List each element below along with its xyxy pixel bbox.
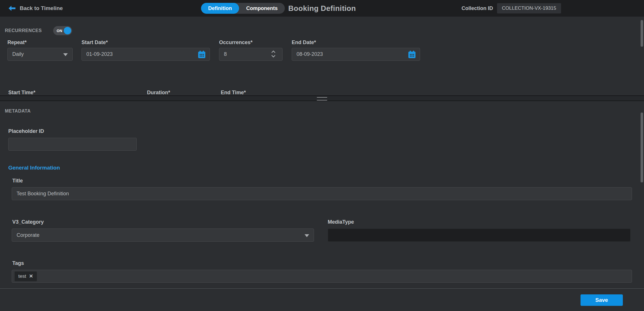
end-date-value: 08-09-2023 — [292, 51, 323, 57]
tab-definition[interactable]: Definition — [201, 3, 239, 14]
footer-bar: Save — [0, 288, 644, 311]
calendar-icon[interactable] — [408, 50, 416, 60]
tags-label: Tags — [12, 260, 24, 266]
back-to-timeline-label: Back to Timeline — [20, 5, 63, 11]
booking-definition-window: Back to Timeline Definition Components B… — [0, 0, 644, 311]
start-date-label: Start Date* — [82, 40, 108, 46]
chevron-down-icon — [63, 53, 68, 56]
occurrences-value: 8 — [219, 51, 227, 57]
tab-components[interactable]: Components — [239, 3, 285, 14]
start-date-value: 01-09-2023 — [82, 51, 113, 57]
view-tabs: Definition Components — [201, 3, 285, 14]
occurrences-label: Occurrences* — [219, 40, 253, 46]
end-time-label: End Time* — [221, 90, 246, 95]
placeholder-id-label: Placeholder ID — [8, 128, 44, 134]
splitter-handle-icon[interactable] — [317, 97, 327, 101]
placeholder-id-input[interactable] — [8, 138, 137, 151]
stepper-up-icon — [271, 50, 276, 54]
duration-label: Duration* — [147, 90, 170, 95]
back-to-timeline-button[interactable]: Back to Timeline — [9, 0, 63, 17]
general-information-heading[interactable]: General Information — [8, 165, 60, 171]
tags-input[interactable]: test ✕ — [12, 270, 632, 283]
media-type-label: MediaType — [328, 219, 354, 225]
calendar-icon[interactable] — [198, 50, 206, 60]
occurrences-input[interactable]: 8 — [219, 48, 283, 61]
repeat-select[interactable]: Daily — [7, 48, 73, 61]
recurrences-pane: RECURRENCES ON Repeat* Daily Start Date*… — [0, 17, 644, 95]
chip-close-icon[interactable]: ✕ — [29, 274, 33, 279]
page-title: Booking Definition — [288, 0, 356, 17]
stepper-down-icon — [271, 54, 276, 58]
collection-id-label: Collection ID — [462, 5, 493, 11]
save-button[interactable]: Save — [581, 294, 623, 306]
metadata-pane: METADATA Placeholder ID General Informat… — [0, 101, 644, 288]
recurrences-section-label: RECURRENCES — [5, 28, 42, 33]
title-input[interactable]: Test Booking Definition — [12, 187, 632, 200]
repeat-label: Repeat* — [7, 40, 27, 46]
metadata-section-label: METADATA — [5, 109, 31, 114]
end-date-input[interactable]: 08-09-2023 — [292, 48, 420, 61]
collection-id-value: COLLECTION-VX-19315 — [497, 3, 561, 13]
recurrences-toggle[interactable]: ON — [53, 26, 72, 35]
tag-chip: test ✕ — [15, 271, 37, 281]
collection-id-group: Collection ID COLLECTION-VX-19315 — [462, 0, 561, 17]
start-time-label: Start Time* — [8, 90, 35, 95]
repeat-value: Daily — [8, 51, 24, 57]
end-date-label: End Date* — [292, 40, 316, 46]
number-stepper[interactable] — [271, 50, 276, 58]
toggle-knob — [64, 27, 71, 34]
tag-chip-text: test — [18, 273, 26, 279]
back-arrow-icon — [9, 5, 15, 11]
scrollbar-thumb[interactable] — [641, 113, 643, 182]
start-date-input[interactable]: 01-09-2023 — [82, 48, 210, 61]
pane-splitter[interactable] — [0, 95, 644, 101]
toggle-on-label: ON — [57, 26, 62, 35]
v3-category-select[interactable]: Corporate — [12, 229, 314, 242]
header-bar: Back to Timeline Definition Components B… — [0, 0, 644, 17]
chevron-down-icon — [305, 234, 309, 237]
title-value: Test Booking Definition — [12, 191, 69, 197]
v3-category-value: Corporate — [12, 232, 39, 238]
scrollbar-thumb[interactable] — [641, 20, 643, 47]
media-type-input[interactable] — [328, 229, 631, 242]
title-label: Title — [12, 178, 23, 184]
v3-category-label: V3_Category — [12, 219, 44, 225]
